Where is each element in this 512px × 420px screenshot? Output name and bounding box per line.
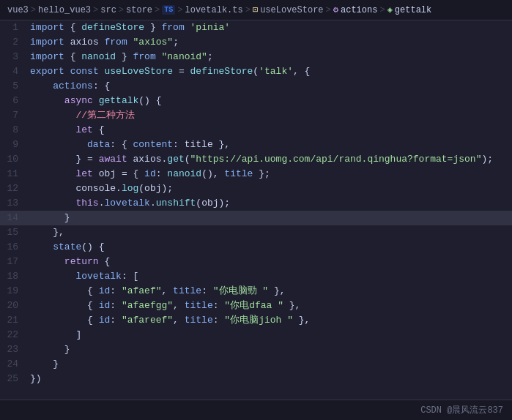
code-token: = bbox=[173, 66, 190, 77]
code-token: "你电脑勁 " bbox=[213, 285, 268, 296]
code-token bbox=[30, 256, 64, 267]
line-content: } = await axios.get("https://api.uomg.co… bbox=[27, 152, 512, 167]
line-content: let { bbox=[27, 123, 512, 138]
breadcrumb-ts-badge: TS bbox=[162, 5, 175, 15]
code-token: from bbox=[133, 51, 155, 62]
code-token: import bbox=[30, 37, 64, 48]
code-token: nanoid bbox=[167, 168, 201, 179]
code-token: defineStore bbox=[81, 22, 144, 33]
code-token: title bbox=[185, 300, 213, 311]
line-number: 16 bbox=[0, 240, 27, 255]
code-token: { bbox=[30, 285, 99, 296]
code-token: { bbox=[99, 256, 111, 267]
code-token: "你电dfaa " bbox=[224, 300, 283, 311]
table-row: 17 return { bbox=[0, 255, 512, 269]
breadcrumb-gettalk[interactable]: gettalk bbox=[395, 5, 431, 15]
code-token bbox=[64, 37, 70, 48]
code-token: "axios" bbox=[133, 37, 174, 48]
code-token bbox=[185, 22, 190, 33]
line-number: 10 bbox=[0, 152, 27, 167]
code-token: { bbox=[64, 22, 81, 33]
code-token: "https://api.uomg.com/api/rand.qinghua?f… bbox=[190, 154, 482, 165]
code-token: axios bbox=[133, 154, 162, 165]
code-token: }, bbox=[293, 315, 310, 326]
code-token: "afaefgg" bbox=[122, 300, 173, 311]
table-row: 19 { id: "afaef", title: "你电脑勁 " }, bbox=[0, 284, 512, 299]
code-token bbox=[99, 66, 105, 77]
code-token: ( bbox=[196, 198, 201, 209]
line-content: import { defineStore } from 'pinia' bbox=[27, 20, 512, 35]
code-token: obj bbox=[99, 168, 116, 179]
code-token: 'talk' bbox=[259, 66, 293, 77]
line-content: return { bbox=[27, 255, 512, 269]
code-token: : bbox=[213, 315, 225, 326]
code-token: { bbox=[30, 300, 99, 311]
breadcrumb-lovetalk[interactable]: lovetalk.ts bbox=[185, 5, 242, 15]
code-token: ; bbox=[207, 51, 213, 62]
breadcrumb-bracket-icon: ⊡ bbox=[253, 4, 258, 15]
code-token: "afareef" bbox=[122, 315, 173, 326]
code-token: gettalk bbox=[99, 95, 139, 106]
breadcrumb-src[interactable]: src bbox=[100, 5, 116, 15]
code-token: : bbox=[110, 315, 122, 326]
table-row: 25}) bbox=[0, 372, 512, 386]
table-row: 20 { id: "afaefgg", title: "你电dfaa " }, bbox=[0, 299, 512, 313]
code-token: content bbox=[133, 139, 174, 150]
breadcrumb-sep-8: > bbox=[379, 5, 385, 15]
code-token: //第二种方法 bbox=[75, 110, 135, 121]
code-token: : bbox=[110, 300, 122, 311]
code-token: : [ bbox=[122, 271, 138, 282]
code-token: { bbox=[30, 315, 99, 326]
code-token: nanoid bbox=[81, 51, 116, 62]
table-row: 7 //第二种方法 bbox=[0, 108, 512, 123]
code-token bbox=[156, 51, 162, 62]
code-token: "你电脑jioh " bbox=[224, 315, 293, 326]
code-token: const bbox=[70, 66, 99, 77]
breadcrumb-store[interactable]: store bbox=[126, 5, 152, 15]
code-editor[interactable]: 1import { defineStore } from 'pinia'2imp… bbox=[0, 20, 512, 400]
table-row: 12 console.log(obj); bbox=[0, 181, 512, 196]
line-number: 14 bbox=[0, 211, 27, 225]
code-token bbox=[30, 139, 87, 150]
line-content: export const useLoveStore = defineStore(… bbox=[27, 64, 512, 79]
breadcrumb-vue3[interactable]: vue3 bbox=[7, 5, 29, 15]
table-row: 24 } bbox=[0, 357, 512, 372]
code-token: log bbox=[122, 183, 138, 194]
code-token bbox=[30, 271, 75, 282]
line-number: 19 bbox=[0, 284, 27, 299]
table-row: 23 } bbox=[0, 342, 512, 357]
code-token: useLoveStore bbox=[105, 66, 174, 77]
line-number: 2 bbox=[0, 35, 27, 50]
line-content: }) bbox=[27, 372, 512, 386]
code-token: }, bbox=[213, 139, 230, 150]
line-number: 20 bbox=[0, 299, 27, 313]
breadcrumb-actions[interactable]: actions bbox=[341, 5, 377, 15]
line-content: async gettalk() { bbox=[27, 94, 512, 108]
line-content: //第二种方法 bbox=[27, 108, 512, 123]
breadcrumb-hello-vue3[interactable]: hello_vue3 bbox=[38, 5, 91, 15]
code-token bbox=[30, 183, 75, 194]
line-content: state() { bbox=[27, 240, 512, 255]
code-token bbox=[30, 124, 75, 135]
code-token: : bbox=[201, 285, 213, 296]
code-token: : bbox=[173, 139, 185, 150]
breadcrumb-sep-4: > bbox=[155, 5, 160, 15]
code-token: , bbox=[173, 300, 185, 311]
code-token: state bbox=[53, 241, 81, 252]
code-token: id bbox=[99, 285, 111, 296]
code-token: lovetalk bbox=[75, 271, 121, 282]
table-row: 6 async gettalk() { bbox=[0, 94, 512, 108]
line-content: } bbox=[27, 342, 512, 357]
line-content: ] bbox=[27, 328, 512, 342]
code-token: : bbox=[213, 300, 225, 311]
code-token bbox=[30, 241, 53, 252]
table-row: 13 this.lovetalk.unshift(obj); bbox=[0, 196, 512, 211]
breadcrumb-sep-7: > bbox=[326, 5, 331, 15]
breadcrumb-uselovestoree[interactable]: useLoveStore bbox=[260, 5, 323, 15]
code-token: obj bbox=[144, 183, 161, 194]
line-number: 7 bbox=[0, 108, 27, 123]
code-token: title bbox=[224, 168, 253, 179]
table-row: 21 { id: "afareef", title: "你电脑jioh " }, bbox=[0, 313, 512, 328]
code-token: data bbox=[87, 139, 110, 150]
line-content: { id: "afaefgg", title: "你电dfaa " }, bbox=[27, 299, 512, 313]
